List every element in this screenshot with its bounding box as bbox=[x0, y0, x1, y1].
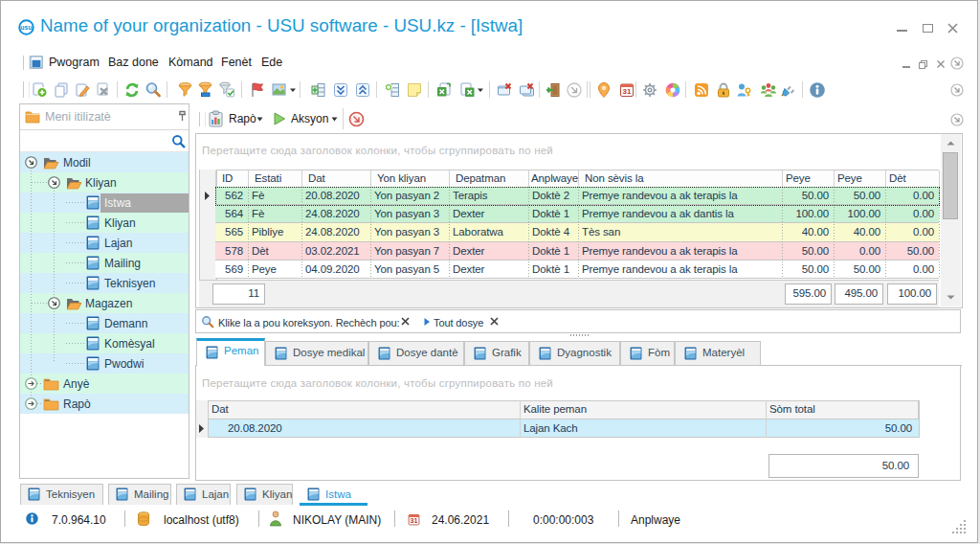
svg-text:usu: usu bbox=[20, 24, 32, 31]
svg-text:31: 31 bbox=[623, 87, 632, 96]
svg-text:31: 31 bbox=[411, 517, 418, 525]
